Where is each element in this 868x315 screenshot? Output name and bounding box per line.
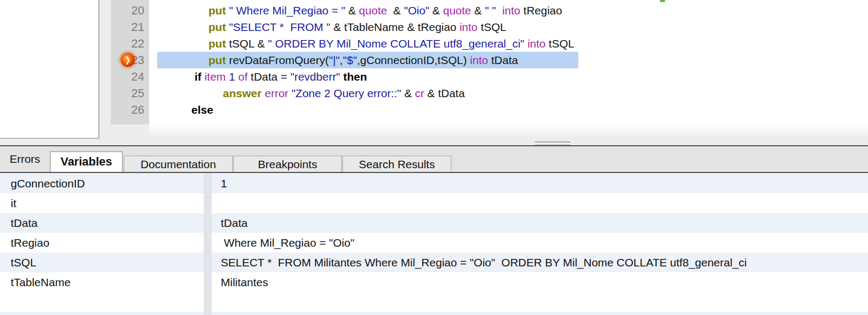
code-token: answer (223, 87, 261, 99)
code-token: error (265, 87, 288, 99)
variables-rows: gConnectionID1ittDatatDatatRegiao Where … (0, 174, 868, 292)
code-token: & (429, 4, 443, 17)
variable-value[interactable]: Militantes (204, 272, 868, 292)
tab-variables[interactable]: Variables (50, 151, 123, 172)
code-token: tSQL & (226, 37, 268, 50)
variables-table: gConnectionID1ittDatatDatatRegiao Where … (0, 174, 868, 315)
code-token: & (401, 87, 415, 99)
tab-errors[interactable]: Errors (0, 146, 50, 172)
variable-row[interactable]: tDatatData (0, 213, 868, 233)
code-token: tSQL (478, 21, 507, 33)
variable-row[interactable]: tTableNameMilitantes (0, 272, 868, 292)
code-line[interactable]: put " Where Mil_Regiao = " & quote & "Oi… (149, 2, 868, 19)
code-token: cr (415, 87, 424, 99)
code-token: " Where Mil_Regiao = " (229, 4, 345, 17)
variable-name[interactable]: tData (0, 213, 204, 233)
variable-row[interactable]: it (0, 193, 868, 213)
code-token: put (208, 21, 226, 33)
code-token: into (502, 4, 521, 17)
tab-breakpoints[interactable]: Breakpoints (233, 155, 342, 172)
code-token: " ORDER BY Mil_Nome COLLATE utf8_general… (268, 37, 524, 50)
code-token: into (470, 54, 488, 66)
empty-row-sliver (0, 312, 868, 315)
variable-name[interactable]: tRegiao (0, 233, 204, 253)
variable-value[interactable]: tData (204, 213, 868, 233)
code-token: quote (443, 4, 471, 17)
code-token: tData (488, 54, 518, 66)
code-line[interactable]: put tSQL & " ORDER BY Mil_Nome COLLATE u… (149, 35, 868, 52)
code-line[interactable]: put revDataFromQuery("|","$",gConnection… (149, 52, 868, 68)
code-token: if (195, 70, 201, 83)
code-token: put (208, 37, 226, 50)
column-divider[interactable] (204, 174, 212, 315)
code-line[interactable]: else (149, 101, 868, 118)
code-token: " " (485, 4, 496, 17)
variable-value[interactable]: Where Mil_Regiao = "Oio" (204, 233, 868, 253)
line-number[interactable]: 20 (111, 2, 149, 19)
line-number[interactable]: 21 (111, 19, 149, 35)
code-token: item (205, 70, 226, 83)
code-token: "revdberr" (290, 70, 340, 83)
code-token: into (528, 37, 546, 50)
variable-value[interactable]: SELECT * FROM Militantes Where Mil_Regia… (204, 253, 868, 272)
side-panel (0, 0, 99, 139)
code-line[interactable]: put "SELECT * FROM " & tTableName & tReg… (149, 19, 868, 35)
editor-bottom-fade (149, 124, 868, 138)
code-token: "$" (343, 54, 357, 66)
code-token: tSQL (546, 37, 575, 50)
code-lines: put " Where Mil_Regiao = " & quote & "Oi… (149, 2, 868, 118)
code-token: revDataFromQuery( (226, 54, 329, 66)
tab-search-results[interactable]: Search Results (342, 155, 452, 172)
variable-name[interactable]: tSQL (0, 253, 204, 272)
script-debugger-window: 20212223242526 put " Where Mil_Regiao = … (0, 0, 868, 315)
code-token: quote (359, 4, 387, 17)
code-token: & tData (424, 87, 465, 99)
variable-row[interactable]: gConnectionID1 (0, 174, 868, 193)
code-token: & (387, 4, 404, 17)
line-number[interactable]: 22 (111, 35, 149, 52)
variable-row[interactable]: tRegiao Where Mil_Regiao = "Oio" (0, 233, 868, 253)
code-token: tData = (247, 70, 290, 83)
code-token: & tTableName & tRegiao (330, 21, 460, 33)
code-token: put (208, 54, 226, 66)
code-token: then (343, 70, 367, 83)
code-token: "|" (329, 54, 339, 66)
tabbar-bottom-border (0, 172, 868, 173)
code-token (496, 4, 502, 17)
variable-value[interactable] (204, 193, 868, 213)
code-token: of (238, 70, 248, 83)
code-token: ,gConnectionID,tSQL) (357, 54, 470, 66)
variable-name[interactable]: tTableName (0, 272, 204, 292)
code-token: put (208, 4, 226, 17)
line-number[interactable]: 25 (111, 85, 149, 101)
variable-value[interactable]: 1 (204, 174, 868, 193)
breakpoint-icon[interactable]: ❯ (121, 53, 135, 67)
variable-name[interactable]: gConnectionID (0, 174, 204, 193)
tab-documentation[interactable]: Documentation (123, 155, 233, 172)
code-token: 1 (229, 70, 235, 83)
code-token: else (191, 104, 213, 116)
variable-name[interactable]: it (0, 193, 204, 213)
code-token: "Oio" (404, 4, 430, 17)
line-number[interactable]: 24 (111, 68, 149, 85)
breakpoint-arrow-glyph: ❯ (125, 56, 131, 64)
line-number[interactable]: 26 (111, 101, 149, 118)
code-token: "SELECT * FROM " (229, 21, 331, 33)
code-token: into (460, 21, 478, 33)
code-token: tRegiao (521, 4, 562, 17)
code-token: "Zone 2 Query error::" (291, 87, 401, 99)
variable-row[interactable]: tSQLSELECT * FROM Militantes Where Mil_R… (0, 253, 868, 272)
code-token: & (345, 4, 359, 17)
code-token: & (471, 4, 485, 17)
code-line[interactable]: if item 1 of tData = "revdberr" then (149, 68, 868, 85)
code-line[interactable]: answer error "Zone 2 Query error::" & cr… (149, 85, 868, 101)
